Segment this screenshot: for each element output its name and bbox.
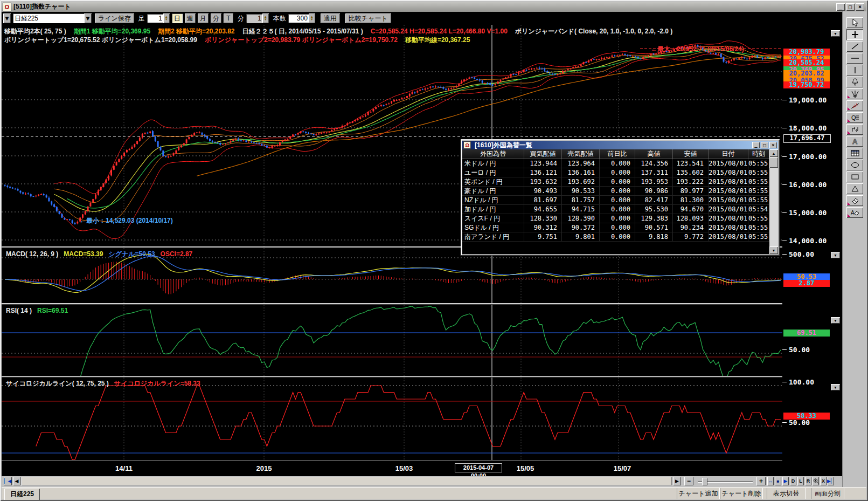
price-chip: 20,203.82 (783, 70, 830, 77)
rsi-header: RSI( 14 )RSI=69.51 (6, 307, 73, 314)
scroll-left-button[interactable]: ◀ (13, 477, 20, 485)
crosshair-icon[interactable] (846, 29, 863, 40)
symbol-select-arrow-icon[interactable]: ▼ (84, 13, 92, 23)
scroll-right-button[interactable]: ▶ (673, 477, 681, 485)
rsi-value-chip: 69.51 (783, 330, 830, 337)
psych-level-label: 100.00 (789, 378, 814, 386)
axis-tick (782, 212, 787, 213)
scroll-to-end-icon[interactable]: ▶▏ (828, 477, 834, 485)
text-icon[interactable]: A (846, 136, 863, 147)
period-button-日[interactable]: 日 (172, 13, 183, 23)
panel-dropdown-icon[interactable]: ▼ (831, 252, 840, 258)
eraser-icon[interactable] (846, 195, 863, 206)
zoom-out-button[interactable]: − (684, 477, 693, 485)
apply-button[interactable]: 適用 (321, 13, 340, 23)
close-button[interactable]: × (856, 3, 864, 11)
zoom-in-button[interactable]: + (756, 477, 766, 485)
panel-separator[interactable] (2, 303, 842, 305)
zoom-slider-thumb[interactable] (702, 478, 707, 485)
forex-row[interactable]: スイスF / 円128.330128.3900.000129.383128.09… (462, 214, 769, 223)
psych-panel[interactable] (2, 378, 782, 460)
count-input[interactable] (288, 14, 309, 23)
horizontal-line-icon[interactable] (846, 53, 863, 64)
nav-button-D[interactable]: D (790, 477, 796, 485)
triangle-icon[interactable] (846, 183, 863, 194)
forex-scrollbar[interactable]: ▲ ▼ (769, 149, 778, 254)
forex-row[interactable]: 豪ドル / 円90.49390.5330.00090.98689.9772015… (462, 187, 769, 196)
rotate-icon[interactable] (846, 124, 863, 135)
forex-scroll-up-icon[interactable]: ▲ (769, 149, 778, 157)
rectangle-icon[interactable] (846, 171, 863, 182)
forex-value-cell: 193.692 (562, 177, 600, 187)
bottom-button-2[interactable]: チャート削除 (720, 488, 763, 499)
symbol-select[interactable]: 日経225 ▼ (13, 13, 92, 23)
title-bar[interactable]: Ω [5110]指数チャート _ □ × (2, 2, 866, 12)
nav-button-L[interactable]: L (797, 477, 804, 485)
text-eraser-icon[interactable]: A (846, 207, 863, 218)
nav-button-R[interactable]: R (805, 477, 811, 485)
compare-chart-button[interactable]: 比較チャート (345, 13, 391, 23)
symbol-list-dropdown-icon[interactable]: ▼ (3, 13, 11, 23)
fan-icon[interactable] (846, 88, 863, 99)
save-lines-button[interactable]: ライン保存 (95, 13, 134, 23)
grid-icon[interactable] (846, 148, 863, 159)
axis-tick (782, 349, 787, 350)
maximize-button[interactable]: □ (846, 3, 855, 11)
forex-title-bar[interactable]: Ω [1610]外国為替一覧 _ □ × (462, 141, 778, 149)
minute-spinner[interactable]: ▲▼ (262, 13, 269, 23)
forex-scroll-down-icon[interactable]: ▼ (769, 246, 778, 254)
forex-scrollbar-thumb[interactable] (769, 157, 778, 168)
forex-value-cell: 2015/08/01 (709, 168, 748, 177)
forex-value-cell: 124.356 (635, 159, 673, 168)
minute-input[interactable] (246, 14, 262, 23)
forex-window[interactable]: Ω [1610]外国為替一覧 _ □ × 外国為替買気配値売気配値前日比高値安値… (461, 139, 780, 256)
horizontal-scrollbar-thumb[interactable] (22, 477, 672, 485)
diagonal-line-icon[interactable] (846, 41, 863, 52)
trend-channel-icon[interactable] (846, 100, 863, 111)
forex-row[interactable]: ユーロ / 円136.121136.1610.000137.311135.602… (462, 168, 769, 177)
panel-dropdown-icon[interactable]: ▼ (831, 317, 840, 324)
forex-row[interactable]: SGドル / 円90.31290.3720.00090.57190.234201… (462, 223, 769, 232)
tab-nikkei225[interactable]: 日経225 (4, 489, 40, 500)
forex-app-logo-icon: Ω (463, 141, 471, 149)
pointer-icon[interactable] (846, 17, 863, 28)
panel-dropdown-icon[interactable]: ▼ (831, 384, 840, 390)
rsi-panel[interactable] (2, 305, 782, 376)
forex-row[interactable]: NZドル / 円81.69781.7570.00082.41781.300201… (462, 196, 769, 205)
period-button-月[interactable]: 月 (198, 13, 209, 23)
forex-close-button[interactable]: × (769, 142, 777, 148)
close-chart-button[interactable]: X (820, 477, 827, 485)
quote-list-icon[interactable]: Q (846, 112, 863, 123)
panel-dropdown-icon[interactable]: ▼ (831, 30, 840, 37)
forex-row[interactable]: 南アランド / 円9.7519.8010.0009.8189.7722015/0… (462, 232, 769, 242)
ellipse-icon[interactable] (846, 160, 863, 170)
bottom-button-4[interactable]: 画面分割 (811, 488, 844, 499)
rsi-header-segment: RSI( 14 ) (6, 307, 32, 314)
zoom-tool-icon[interactable] (813, 477, 819, 485)
bottom-button-3[interactable]: 表示切替 (767, 488, 805, 499)
period-button-週[interactable]: 週 (185, 13, 196, 23)
bottom-button-1[interactable]: チャート追加 (677, 488, 720, 499)
bar-count-input[interactable] (147, 14, 163, 23)
count-spinner[interactable]: ▲▼ (309, 13, 315, 23)
period-button-T[interactable]: T (224, 13, 233, 23)
forex-value-cell: 81.697 (524, 196, 562, 205)
forex-value-cell: 94.715 (562, 205, 600, 214)
forex-maximize-button[interactable]: □ (761, 142, 768, 148)
minimize-button[interactable]: _ (836, 3, 845, 11)
play-icon[interactable]: ▶ (782, 477, 789, 485)
stop-icon[interactable]: ■ (775, 477, 781, 485)
pan-mode-icon[interactable]: ↔ (767, 477, 774, 485)
dropdown-corner-icon (848, 107, 850, 110)
forex-row[interactable]: 英ポンド / 円193.632193.6920.000193.953193.22… (462, 177, 769, 187)
forex-pair-name: 南アランド / 円 (462, 232, 524, 242)
forex-minimize-button[interactable]: _ (752, 142, 760, 148)
vertical-line-icon[interactable] (846, 65, 863, 76)
bar-spinner[interactable]: ▲▼ (163, 13, 170, 23)
alarm-icon[interactable] (846, 77, 863, 87)
period-button-分[interactable]: 分 (211, 13, 221, 23)
panel-separator[interactable] (2, 376, 842, 378)
forex-row[interactable]: 米ドル / 円123.944123.9640.000124.356123.541… (462, 159, 769, 168)
scroll-to-start-button[interactable]: ▏◀ (4, 477, 12, 485)
forex-row[interactable]: 加ドル / 円94.65594.7150.00095.53094.6702015… (462, 205, 769, 214)
